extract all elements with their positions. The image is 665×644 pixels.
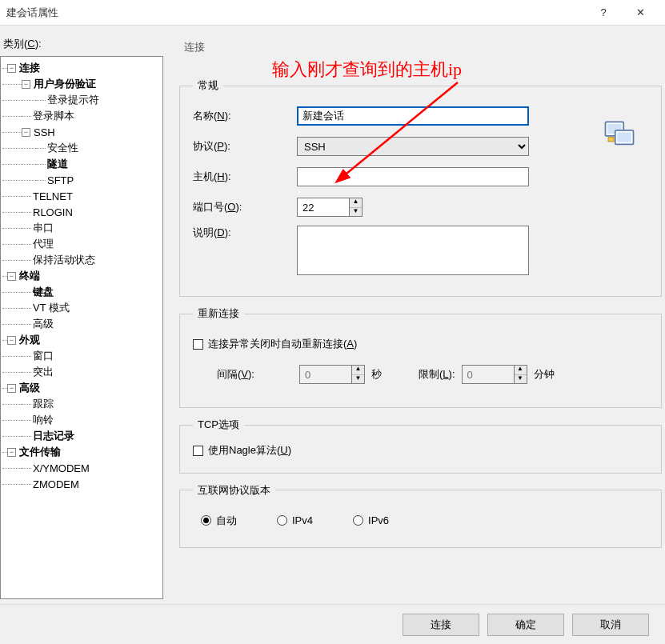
interval-label: 间隔(V): xyxy=(217,367,254,382)
close-button[interactable]: ✕ xyxy=(622,0,659,26)
tree-node[interactable]: −外观 xyxy=(2,332,161,348)
tree-node[interactable]: 键盘 xyxy=(2,284,161,300)
port-stepper[interactable]: ▲▼ xyxy=(297,198,363,217)
spin-down-icon: ▼ xyxy=(515,375,527,384)
tree-node-label: 外观 xyxy=(18,333,42,347)
limit-stepper: ▲▼ xyxy=(462,365,527,384)
ip-v4-radio[interactable]: IPv4 xyxy=(277,514,313,528)
radio-off-icon xyxy=(277,515,287,526)
tree-node-label: 登录提示符 xyxy=(46,93,101,107)
group-general-legend: 常规 xyxy=(193,78,223,93)
help-button[interactable]: ? xyxy=(585,0,622,26)
name-label: 名称(N): xyxy=(193,109,297,123)
radio-off-icon xyxy=(353,515,363,526)
tree-node[interactable]: −终端 xyxy=(2,268,161,284)
tree-collapse-icon[interactable]: − xyxy=(7,384,16,393)
tree-node[interactable]: 安全性 xyxy=(2,140,161,156)
tree-collapse-icon[interactable]: − xyxy=(7,64,16,73)
tree-node[interactable]: 登录脚本 xyxy=(2,108,161,124)
tree-node[interactable]: RLOGIN xyxy=(2,204,161,220)
tree-node[interactable]: TELNET xyxy=(2,188,161,204)
tree-node[interactable]: 隧道 xyxy=(2,156,161,172)
name-input[interactable] xyxy=(297,106,529,126)
group-tcp: TCP选项 使用Nagle算法(U) xyxy=(179,418,662,474)
interval-input xyxy=(300,366,351,383)
tree-node[interactable]: X/YMODEM xyxy=(2,460,161,476)
tree-node-label: 隧道 xyxy=(46,157,70,171)
tree-node[interactable]: 窗口 xyxy=(2,348,161,364)
tree-node[interactable]: −用户身份验证 xyxy=(2,76,161,92)
tree-node-label: 高级 xyxy=(31,317,55,331)
tree-collapse-icon[interactable]: − xyxy=(22,128,30,137)
cancel-button[interactable]: 取消 xyxy=(572,614,649,636)
spin-down-icon: ▼ xyxy=(352,375,364,384)
host-label: 主机(H): xyxy=(193,170,297,184)
tree-node-label: 用户身份验证 xyxy=(32,77,98,91)
spin-up-icon[interactable]: ▲ xyxy=(350,198,362,208)
tree-node[interactable]: −连接 xyxy=(2,60,161,76)
interval-stepper: ▲▼ xyxy=(299,365,365,384)
spin-up-icon: ▲ xyxy=(515,366,527,375)
tree-node-label: SSH xyxy=(32,126,57,138)
tree-node[interactable]: 串口 xyxy=(2,220,161,236)
tree-node[interactable]: −SSH xyxy=(2,124,161,140)
limit-input xyxy=(463,366,514,383)
auto-reconnect-checkbox[interactable]: 连接异常关闭时自动重新连接(A) xyxy=(193,337,357,351)
tree-node-label: ZMODEM xyxy=(31,478,81,490)
category-label: 类别(C): xyxy=(0,34,163,56)
tree-node-label: 窗口 xyxy=(31,349,55,363)
tree-node-label: RLOGIN xyxy=(31,206,74,218)
nagle-checkbox[interactable]: 使用Nagle算法(U) xyxy=(193,443,291,458)
tree-node-label: SFTP xyxy=(46,174,75,186)
tree-node[interactable]: 突出 xyxy=(2,364,161,380)
ip-v6-radio[interactable]: IPv6 xyxy=(353,514,389,528)
tree-node-label: 安全性 xyxy=(46,141,80,155)
checkbox-icon xyxy=(193,446,203,456)
tree-node[interactable]: 跟踪 xyxy=(2,396,161,412)
tree-node-label: 高级 xyxy=(18,381,42,395)
host-input[interactable] xyxy=(297,167,529,186)
tree-node[interactable]: −文件传输 xyxy=(2,444,161,460)
tree-node[interactable]: 代理 xyxy=(2,236,161,252)
tree-collapse-icon[interactable]: − xyxy=(22,80,30,89)
spin-up-icon: ▲ xyxy=(352,366,364,375)
tree-collapse-icon[interactable]: − xyxy=(7,448,16,457)
tree-node[interactable]: 日志记录 xyxy=(2,428,161,444)
group-ipversion-legend: 互联网协议版本 xyxy=(193,483,275,498)
minutes-label: 分钟 xyxy=(534,367,555,382)
tree-collapse-icon[interactable]: − xyxy=(7,336,16,345)
ok-button[interactable]: 确定 xyxy=(487,614,564,636)
tree-node[interactable]: 登录提示符 xyxy=(2,92,161,108)
spin-down-icon[interactable]: ▼ xyxy=(350,208,362,217)
group-ipversion: 互联网协议版本 自动 IPv4 IPv6 xyxy=(179,483,662,548)
tree-node-label: 连接 xyxy=(18,61,42,75)
group-tcp-legend: TCP选项 xyxy=(193,418,244,432)
tree-node[interactable]: 响铃 xyxy=(2,412,161,428)
group-reconnect: 重新连接 连接异常关闭时自动重新连接(A) 间隔(V): ▲▼ 秒 限制(L): xyxy=(179,306,662,408)
description-textarea[interactable] xyxy=(297,226,529,275)
tree-node-label: 跟踪 xyxy=(31,397,55,411)
tree-node[interactable]: 保持活动状态 xyxy=(2,252,161,268)
tree-node-label: TELNET xyxy=(31,190,74,202)
connect-button[interactable]: 连接 xyxy=(403,614,479,636)
tree-node-label: 串口 xyxy=(31,221,55,235)
tree-node[interactable]: SFTP xyxy=(2,172,161,188)
tree-collapse-icon[interactable]: − xyxy=(7,272,16,281)
dialog-footer: 连接 确定 取消 xyxy=(0,604,665,644)
ip-auto-radio[interactable]: 自动 xyxy=(201,514,237,528)
desc-label: 说明(D): xyxy=(193,226,297,240)
tree-node-label: 保持活动状态 xyxy=(31,253,97,267)
tree-node-label: 终端 xyxy=(18,269,42,283)
tree-node[interactable]: ZMODEM xyxy=(2,476,161,492)
category-tree[interactable]: −连接−用户身份验证登录提示符登录脚本−SSH安全性隧道SFTPTELNETRL… xyxy=(0,56,163,599)
protocol-select[interactable]: SSH xyxy=(297,137,529,156)
tree-node[interactable]: −高级 xyxy=(2,380,161,396)
panel-heading: 连接 xyxy=(179,40,662,69)
tree-node[interactable]: 高级 xyxy=(2,316,161,332)
tree-node[interactable]: VT 模式 xyxy=(2,300,161,316)
window-title: 建会话属性 xyxy=(6,6,585,20)
group-general: 常规 名称(N): 协议(P): SSH 主机(H): 端口号(O): ▲▼ xyxy=(179,78,662,297)
close-icon: ✕ xyxy=(636,6,645,18)
tree-node-label: 响铃 xyxy=(31,413,55,427)
port-input[interactable] xyxy=(298,198,349,216)
